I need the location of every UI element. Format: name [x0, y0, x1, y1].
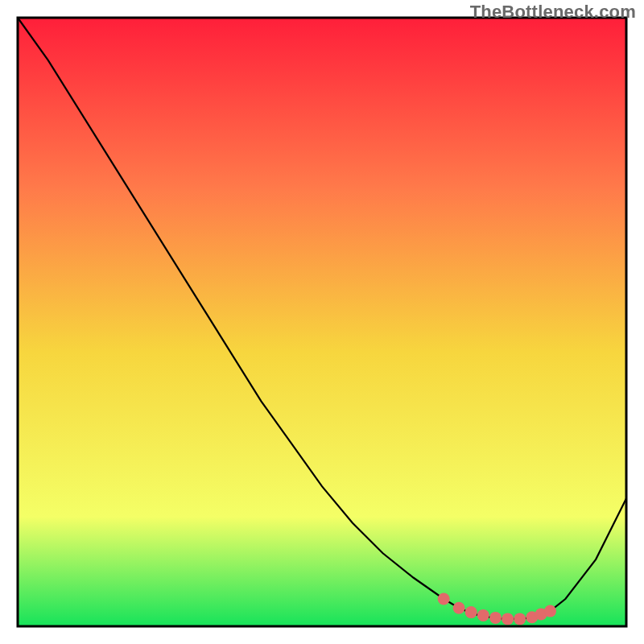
watermark-text: TheBottleneck.com [470, 2, 636, 23]
highlight-dot [502, 613, 514, 625]
chart-stage: TheBottleneck.com [0, 0, 644, 644]
highlight-dot [465, 606, 477, 618]
bottleneck-chart [0, 0, 644, 644]
highlight-dot [453, 602, 465, 614]
highlight-dot [544, 605, 556, 617]
highlight-dot [438, 593, 450, 605]
highlight-dot [477, 609, 489, 621]
plot-background [18, 18, 626, 626]
highlight-dot [489, 612, 502, 624]
highlight-dot [514, 613, 526, 625]
